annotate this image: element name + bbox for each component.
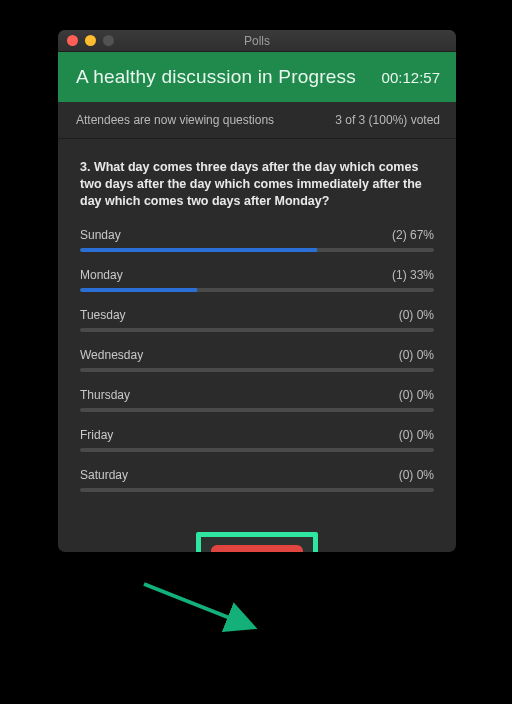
option-label: Sunday	[80, 228, 121, 242]
question-text: What day comes three days after the day …	[80, 160, 422, 208]
poll-option: Thursday(0) 0%	[80, 388, 434, 412]
end-poll-button[interactable]: End Poll	[211, 545, 303, 552]
poll-option: Friday(0) 0%	[80, 428, 434, 452]
option-stats: (0) 0%	[399, 428, 434, 442]
poll-option: Saturday(0) 0%	[80, 468, 434, 492]
option-label: Saturday	[80, 468, 128, 482]
poll-option: Tuesday(0) 0%	[80, 308, 434, 332]
option-label: Tuesday	[80, 308, 126, 322]
option-stats: (0) 0%	[399, 388, 434, 402]
poll-title: A healthy discussion in Progress	[76, 66, 356, 88]
maximize-icon	[103, 35, 114, 46]
minimize-icon[interactable]	[85, 35, 96, 46]
option-label: Wednesday	[80, 348, 143, 362]
poll-timer: 00:12:57	[382, 69, 440, 86]
poll-option: Monday(1) 33%	[80, 268, 434, 292]
option-label: Friday	[80, 428, 113, 442]
option-stats: (0) 0%	[399, 468, 434, 482]
status-left: Attendees are now viewing questions	[76, 113, 274, 127]
svg-line-0	[144, 584, 250, 626]
option-stats: (2) 67%	[392, 228, 434, 242]
poll-option: Sunday(2) 67%	[80, 228, 434, 252]
option-stats: (0) 0%	[399, 308, 434, 322]
titlebar: Polls	[58, 30, 456, 52]
poll-content: 3. What day comes three days after the d…	[58, 139, 456, 532]
option-bar	[80, 448, 434, 452]
close-icon[interactable]	[67, 35, 78, 46]
option-bar	[80, 408, 434, 412]
option-bar	[80, 488, 434, 492]
poll-banner: A healthy discussion in Progress 00:12:5…	[58, 52, 456, 102]
question-number: 3.	[80, 160, 90, 174]
option-stats: (1) 33%	[392, 268, 434, 282]
window-title: Polls	[58, 34, 456, 48]
footer: End Poll	[58, 532, 456, 552]
option-bar	[80, 288, 434, 292]
option-bar-fill	[80, 288, 197, 292]
option-bar	[80, 368, 434, 372]
option-stats: (0) 0%	[399, 348, 434, 362]
option-label: Monday	[80, 268, 123, 282]
option-bar	[80, 248, 434, 252]
window-controls	[58, 35, 114, 46]
annotation-highlight: End Poll	[196, 532, 318, 552]
poll-option: Wednesday(0) 0%	[80, 348, 434, 372]
annotation-arrow-icon	[140, 580, 270, 640]
status-right: 3 of 3 (100%) voted	[335, 113, 440, 127]
options-list: Sunday(2) 67%Monday(1) 33%Tuesday(0) 0%W…	[80, 228, 434, 492]
option-bar-fill	[80, 248, 317, 252]
poll-question: 3. What day comes three days after the d…	[80, 159, 434, 210]
option-bar	[80, 328, 434, 332]
polls-window: Polls A healthy discussion in Progress 0…	[58, 30, 456, 552]
status-bar: Attendees are now viewing questions 3 of…	[58, 102, 456, 139]
option-label: Thursday	[80, 388, 130, 402]
